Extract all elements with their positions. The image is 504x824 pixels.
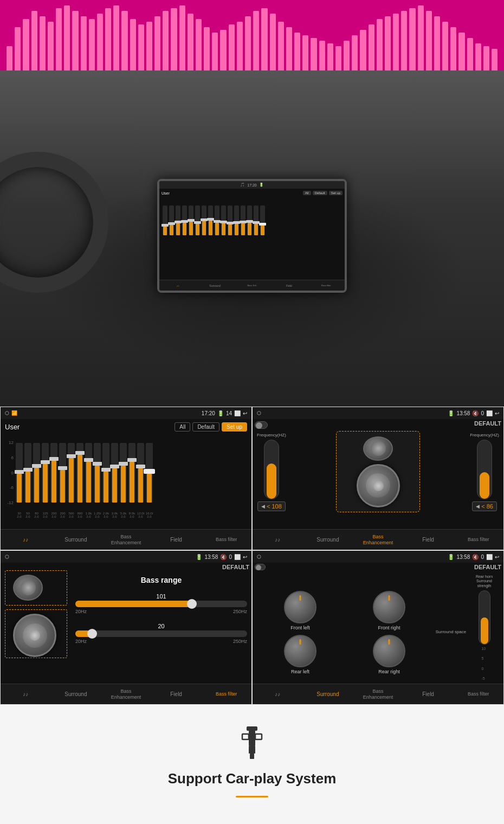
bass-range-slider2[interactable]: 20 20Hz 250Hz <box>75 623 247 644</box>
bassrange-sc-tab-bass[interactable]: BassEnhancement <box>101 684 151 704</box>
eq-banner-bar <box>196 19 202 70</box>
eq-banner-bar <box>40 16 46 70</box>
bass-sc-tab-surround[interactable]: Surround <box>303 530 353 550</box>
svg-rect-3 <box>255 734 262 739</box>
eq-banner-bar <box>15 27 21 70</box>
bass-range-title: Bass range <box>75 576 247 584</box>
bass-right-slider[interactable] <box>477 440 492 499</box>
bass-signal: 0 <box>481 410 484 416</box>
bass-sc-tab-eq[interactable]: ♪♪ <box>253 530 303 550</box>
bassrange-sc-tab-field[interactable]: Field <box>151 684 202 704</box>
eq-banner-bar <box>401 11 407 70</box>
eq-banner-bar <box>335 46 341 70</box>
eq-banner-bar <box>113 5 119 70</box>
eq-slider-5[interactable] <box>59 443 66 503</box>
eq-slider-8[interactable] <box>85 443 92 503</box>
hu-tab-eq[interactable]: ♪♪ <box>159 280 196 291</box>
eq-banner-bar <box>492 49 497 70</box>
eq-banner-bar <box>409 8 415 70</box>
q-label-1: 2.0 <box>24 515 31 518</box>
eq-all-btn[interactable]: All <box>175 422 190 432</box>
eq-slider-7[interactable] <box>76 443 83 503</box>
eq-slider-15[interactable] <box>146 443 153 503</box>
surround-space-label: Surround space <box>436 629 466 635</box>
eq-signal: 14 <box>226 410 232 416</box>
surround-sc-tab-filter[interactable]: Bass filter <box>453 684 503 704</box>
bass-sc-tab-filter[interactable]: Bass filter <box>453 530 503 550</box>
sc-tab-bass-enh[interactable]: BassEnhancement <box>101 530 151 550</box>
bassrange-sc-tab-surround[interactable]: Surround <box>51 684 101 704</box>
eq-setup-btn[interactable]: Set up <box>222 422 247 432</box>
surround-screen-icon: ⬜ <box>486 554 493 560</box>
surround-sc-tab-bass[interactable]: BassEnhancement <box>353 684 403 704</box>
eq-time: 17:20 <box>202 410 215 416</box>
eq-slider-4[interactable] <box>50 443 57 503</box>
eq-slider-10[interactable] <box>102 443 109 503</box>
eq-screen-icon: ⬜ <box>234 410 241 416</box>
surround-back-icon: ↩ <box>495 554 499 560</box>
hu-tab-bass[interactable]: Bass Enh <box>234 280 270 291</box>
bass-screen-icon: ⬜ <box>486 410 493 416</box>
hu-tab-field[interactable]: Field <box>270 280 307 291</box>
eq-slider-11[interactable] <box>111 443 118 503</box>
eq-y-axis: 1260-6-12 <box>5 440 15 505</box>
bass-sc-tab-bass[interactable]: BassEnhancement <box>353 530 403 550</box>
wifi-icon: 📶 <box>11 410 17 416</box>
sc-tab-eq-icon[interactable]: ♪♪ <box>1 530 51 550</box>
bassrange-sc-tab-filter[interactable]: Bass filter <box>201 684 251 704</box>
bass-sc-tab-field[interactable]: Field <box>403 530 454 550</box>
sc-tab-bass-filter[interactable]: Bass filter <box>201 530 251 550</box>
bass-toggle[interactable] <box>255 421 268 429</box>
eq-banner-bar <box>270 14 276 70</box>
hu-setup-btn[interactable]: Set up <box>329 191 343 195</box>
surround-sc-tab-field[interactable]: Field <box>403 684 454 704</box>
q-label-10: 2.0 <box>102 515 109 518</box>
surround-status-bar: ⬡ 🔋 13:58 🔇 0 ⬜ ↩ <box>253 551 503 563</box>
eq-slider-2[interactable] <box>33 443 40 503</box>
bass-range-slider1[interactable]: 101 20Hz 250Hz <box>75 593 247 614</box>
surround-sc-tab-surround[interactable]: Surround <box>303 684 353 704</box>
sc-tab-surround[interactable]: Surround <box>51 530 101 550</box>
eq-banner-bar <box>261 8 267 70</box>
eq-banner-bar <box>319 41 325 70</box>
surround-toggle[interactable] <box>255 564 266 570</box>
hu-default-btn[interactable]: Default <box>313 191 327 195</box>
surround-sc-tab-eq[interactable]: ♪♪ <box>253 684 303 704</box>
q-label-9: 2.0 <box>94 515 101 518</box>
q-label-4: 2.0 <box>50 515 57 518</box>
eq-banner-bar <box>286 27 292 70</box>
q-label-7: 2.0 <box>76 515 83 518</box>
eq-banner-bar <box>154 16 160 70</box>
sc-tab-field[interactable]: Field <box>151 530 202 550</box>
hu-tab-surround[interactable]: Surround <box>196 280 233 291</box>
eq-banner-bar <box>130 19 136 70</box>
eq-banner-bar <box>253 11 259 70</box>
hu-tab-bassfilter[interactable]: Bass filter <box>308 280 345 291</box>
surround-strength-slider[interactable] <box>479 590 490 645</box>
eq-slider-6[interactable] <box>68 443 75 503</box>
eq-slider-3[interactable] <box>42 443 49 503</box>
bass-left-slider[interactable] <box>264 440 279 499</box>
q-label-5: 2.0 <box>59 515 66 518</box>
eq-slider-1[interactable] <box>24 443 31 503</box>
eq-banner-bar <box>48 22 54 70</box>
eq-slider-13[interactable] <box>128 443 135 503</box>
q-label-6: 2.0 <box>68 515 75 518</box>
eq-battery: 🔋 <box>217 410 224 416</box>
eq-slider-9[interactable] <box>94 443 101 503</box>
eq-default-btn[interactable]: Default <box>192 422 219 432</box>
bassrange-time: 13:58 <box>204 554 218 560</box>
q-label-3: 2.0 <box>42 515 49 518</box>
eq-slider-0[interactable] <box>16 443 23 503</box>
bassrange-sc-tab-eq[interactable]: ♪♪ <box>1 684 51 704</box>
hu-all-btn[interactable]: All <box>303 191 311 195</box>
bass-tab-bar: ♪♪ Surround BassEnhancement Field Bass f… <box>253 529 503 550</box>
bass-freq-label-right: Frequency(HZ) <box>470 433 499 437</box>
eq-banner-bar <box>426 11 432 70</box>
surround-home-icon: ⬡ <box>257 554 261 559</box>
eq-banner-bar <box>369 24 374 70</box>
bassrange-vol: 🔇 <box>220 554 227 560</box>
eq-slider-12[interactable] <box>120 443 127 503</box>
eq-banner-bar <box>294 33 300 70</box>
eq-banner-bar <box>220 30 226 70</box>
